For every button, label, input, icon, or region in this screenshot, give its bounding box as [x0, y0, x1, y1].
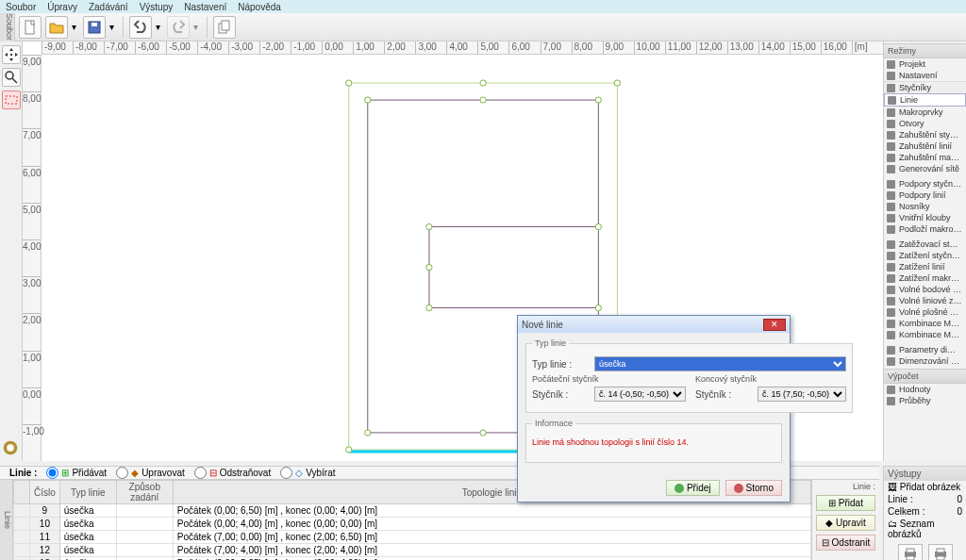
dialog-cancel-button[interactable]: Storno — [725, 480, 782, 496]
btn-table-edit[interactable]: ◆ Upravit — [816, 515, 875, 531]
table-vtab: Linie — [0, 480, 13, 560]
rpanel-podpory-linii[interactable]: Podpory linií — [884, 189, 966, 201]
rpanel-header-vypocet: Výpočet — [884, 369, 966, 384]
rpanel-zahust-linii[interactable]: Zahuštění linií — [884, 140, 966, 152]
menu-zadavani[interactable]: Zadávání — [89, 2, 128, 12]
rpanel-hodnoty[interactable]: Hodnoty — [884, 384, 966, 395]
rpanel-makroprvky[interactable]: Makroprvky — [884, 107, 966, 118]
svg-point-20 — [595, 223, 601, 229]
dialog-new-line: Nové linie ✕ Typ linie Typ linie : úsečk… — [517, 315, 791, 502]
rpanel-zatez-styc[interactable]: Zatížení styčníků — [884, 250, 966, 261]
rpanel-zatez-linii[interactable]: Zatížení linií — [884, 261, 966, 272]
rpanel-volne-bod[interactable]: Volné bodové zatížení — [884, 284, 966, 295]
print-button-1[interactable] — [898, 544, 923, 560]
ruler-horizontal: -9,00-8,00-7,00-6,00-5,00-4,00-3,00-2,00… — [42, 41, 883, 55]
menu-soubor[interactable]: Soubor — [6, 2, 36, 12]
th-zpusob: Způsob zadání — [116, 481, 173, 504]
lbl-pocatecni: Počáteční styčník — [532, 374, 686, 384]
mode-select[interactable]: ◇ Vybírat — [280, 467, 335, 479]
rpanel-komb-msu[interactable]: Kombinace MSÚ — [884, 318, 966, 329]
mode-edit[interactable]: ◆ Upravovat — [116, 467, 185, 479]
svg-rect-33 — [907, 556, 914, 560]
rpanel-projekt[interactable]: Projekt — [884, 58, 966, 70]
top-toolbar: ▾ ▾ ▾ ▾ — [0, 13, 966, 41]
svg-rect-35 — [937, 549, 944, 552]
rpanel-zahust-makro[interactable]: Zahuštění makroprvků — [884, 152, 966, 163]
dialog-info-text: Linie má shodnou topologii s linií číslo… — [532, 437, 775, 447]
rpanel-volne-lin[interactable]: Volné liniové zatížení — [884, 295, 966, 306]
rpanel-podpory-styc[interactable]: Podpory styčníků — [884, 178, 966, 189]
rpanel-nastaveni[interactable]: Nastavení — [884, 70, 966, 81]
dialog-group-info: Informace Linie má shodnou topologii s l… — [525, 419, 782, 463]
rpanel-zatez-makro[interactable]: Zatížení makroprvků — [884, 272, 966, 284]
select-stycnik-2[interactable]: č. 15 (7,50; -0,50) — [758, 387, 846, 402]
rpanel-prubehy[interactable]: Průběhy — [884, 395, 966, 406]
mode-label: Linie : — [9, 468, 37, 478]
rpanel-nosniky[interactable]: Nosníky — [884, 201, 966, 212]
rpanel-otvory[interactable]: Otvory — [884, 118, 966, 129]
svg-point-23 — [595, 305, 601, 311]
btn-table-add[interactable]: ⊞ Přidat — [816, 495, 875, 511]
rpanel-stycniky[interactable]: Styčníky — [884, 81, 966, 93]
print-button-2[interactable] — [928, 544, 953, 560]
mode-add[interactable]: ⊞ Přidávat — [46, 467, 107, 479]
svg-point-18 — [595, 97, 601, 103]
lbl-stycnik-1: Styčník : — [532, 389, 589, 400]
dialog-close-button[interactable]: ✕ — [763, 319, 786, 331]
table-row[interactable]: 10 úsečkaPočátek (0,00; 4,00) [m] , kone… — [14, 518, 811, 531]
output-panel: Výstupy 🖼 Přidat obrázek Linie : 0 Celke… — [883, 466, 966, 560]
svg-point-21 — [426, 265, 432, 271]
right-panel: Režimy Projekt Nastavení Styčníky Linie … — [883, 41, 966, 461]
toolbar-vtab: Soubor — [0, 13, 15, 41]
select-typ-linie[interactable]: úsečka — [594, 356, 846, 371]
rpanel-zatez-stavy[interactable]: Zatěžovací stavy — [884, 239, 966, 250]
th-cislo: Číslo — [30, 481, 60, 504]
table-row[interactable]: 11 úsečkaPočátek (7,00; 0,00) [m] , kone… — [14, 531, 811, 544]
rpanel-zahust-styc[interactable]: Zahuštění styčníků — [884, 129, 966, 140]
svg-point-13 — [346, 80, 352, 86]
rpanel-klouby[interactable]: Vnitřní klouby — [884, 212, 966, 223]
menu-upravy[interactable]: Úpravy — [47, 2, 77, 12]
rpanel-generovani[interactable]: Generování sítě — [884, 163, 966, 174]
svg-rect-32 — [907, 549, 914, 552]
menu-nastaveni[interactable]: Nastavení — [184, 2, 226, 12]
rpanel-komb-msp[interactable]: Kombinace MSP — [884, 329, 966, 340]
ruler-vertical: 9,008,007,006,005,004,003,002,001,000,00… — [23, 55, 42, 461]
settings-gear[interactable] — [2, 439, 19, 458]
menubar: Soubor Úpravy Zadávání Výstupy Nastavení… — [0, 0, 966, 13]
rpanel-podlozi[interactable]: Podloží makroprvků — [884, 223, 966, 235]
table-row[interactable]: 9 úsečkaPočátek (0,00; 6,50) [m] , konec… — [14, 504, 811, 518]
dialog-titlebar[interactable]: Nové linie ✕ — [518, 316, 790, 333]
output-image-list[interactable]: 🗂 Seznam obrázků — [884, 518, 966, 540]
menu-vystupy[interactable]: Výstupy — [140, 2, 174, 12]
rpanel-volne-plos[interactable]: Volné plošné zatížení — [884, 306, 966, 318]
output-add-image[interactable]: 🖼 Přidat obrázek — [884, 481, 966, 493]
rpanel-param-dim[interactable]: Parametry dimenzování — [884, 344, 966, 355]
undo-button[interactable] — [129, 16, 152, 39]
svg-point-16 — [365, 97, 371, 103]
svg-point-19 — [426, 223, 432, 229]
open-file-button[interactable] — [45, 16, 68, 39]
redo-button[interactable] — [167, 16, 190, 39]
rpanel-dim-makro[interactable]: Dimenzování makroprvků — [884, 355, 966, 367]
svg-point-25 — [480, 430, 486, 436]
dialog-ok-button[interactable]: Přidej — [666, 480, 720, 496]
svg-point-17 — [480, 97, 486, 103]
btn-table-del[interactable]: ⊟ Odstranit — [816, 535, 875, 551]
select-stycnik-1[interactable]: č. 14 (-0,50; -0,50) — [594, 387, 686, 402]
save-file-button[interactable] — [83, 16, 106, 39]
svg-rect-2 — [92, 23, 97, 26]
zoom-tool[interactable] — [2, 68, 21, 87]
copy-view-button[interactable] — [213, 16, 236, 39]
select-tool[interactable] — [2, 91, 21, 109]
move-tool[interactable] — [2, 45, 21, 64]
svg-rect-4 — [222, 21, 229, 30]
menu-napoveda[interactable]: Nápověda — [238, 2, 281, 12]
table-row[interactable]: 12 úsečkaPočátek (7,00; 4,00) [m] , kone… — [14, 544, 811, 557]
mode-remove[interactable]: ⊟ Odstraňovat — [194, 467, 271, 479]
table-row[interactable]: 13 úsečkaPočátek (2,00; 5,25) [m] , kone… — [14, 557, 811, 561]
new-file-button[interactable] — [19, 16, 42, 39]
left-toolbar — [0, 41, 23, 461]
dialog-title: Nové linie — [522, 320, 563, 330]
rpanel-linie[interactable]: Linie — [884, 93, 966, 107]
